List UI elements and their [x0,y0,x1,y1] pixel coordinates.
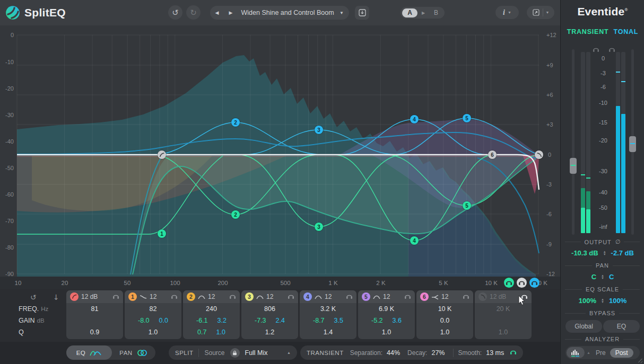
gain-tonal[interactable]: 3.2 [217,317,227,324]
separation-value[interactable]: 44% [387,349,400,357]
band-card-highpass[interactable]: 12 dB 81 0.9 [66,290,123,339]
slope-value[interactable]: 12 [150,293,156,300]
gain-tonal[interactable]: 3.6 [393,317,402,324]
band-handle-3-tonal[interactable]: 3 [315,126,323,134]
gain-value[interactable]: 0.0 [440,317,449,324]
gain-transient[interactable]: -6.1 [196,317,208,324]
freq-value[interactable]: 240 [206,305,217,313]
source-select[interactable]: Full Mix [245,349,268,357]
redo-button[interactable]: ↻ [186,5,201,20]
freq-value[interactable]: 10 K [438,305,452,313]
band-solo-button[interactable] [404,293,411,301]
output-tonal-value[interactable]: -2.7 dB [611,249,634,257]
save-preset-button[interactable] [355,6,369,20]
band-card-6[interactable]: 6 12 10 K 0.0 1.0 [416,290,473,339]
band-enable-6[interactable]: 6 [420,292,429,301]
freq-value[interactable]: 6.9 K [379,305,394,313]
smooth-value[interactable]: 13 ms [486,349,504,357]
band-handle-6[interactable]: 6 [488,150,497,159]
band-card-3[interactable]: 3 12 806 -7.32.4 1.2 [241,290,298,339]
window-size-button[interactable]: ▼ [527,6,554,19]
band-enable-2[interactable]: 2 [187,292,195,301]
q-value[interactable]: 0.9 [90,329,99,336]
pan-view-button[interactable]: PAN [112,349,155,357]
eq-view-button[interactable]: EQ [66,345,112,360]
transient-output-fader[interactable] [570,158,577,174]
band-handle-highpass[interactable] [158,150,166,159]
freq-value[interactable]: 81 [91,305,99,313]
analyzer-style-button[interactable] [567,347,585,358]
band-solo-button[interactable] [288,293,294,301]
band-solo-button[interactable] [521,293,528,301]
preset-dropdown[interactable]: Widen Shine and Control Boom [238,9,337,16]
band-card-lowpass[interactable]: 12 dB 20 K 1.0 [475,290,532,339]
q-transient[interactable]: 0.7 [197,329,206,336]
band-enable-lowpass[interactable] [478,292,487,301]
band-handle-1-transient[interactable]: 1 [158,229,166,238]
band-handle-lowpass[interactable] [535,150,543,159]
q-value[interactable]: 1.0 [149,329,158,336]
eq-graph[interactable]: 0 -10 -20 -30 -40 -50 -60 -70 -80 -90 +1… [0,25,560,289]
phase-invert-icon[interactable]: ∅ [615,238,621,245]
reset-icon[interactable]: ↻ [30,293,37,301]
band-handle-4-transient[interactable]: 4 [410,236,419,245]
tonal-output-fader[interactable] [629,136,636,152]
band-card-4[interactable]: 4 12 3.2 K -8.73.5 1.4 [300,290,356,339]
slope-value[interactable]: 12 [383,293,390,300]
undo-button[interactable]: ↺ [168,5,182,20]
slope-value[interactable]: 12 [441,293,448,300]
q-value[interactable]: 1.4 [324,329,333,336]
headphone-icon[interactable] [608,45,615,55]
stepper-icon[interactable]: ▲▼ [601,298,604,304]
slope-value[interactable]: 12 [208,293,215,300]
chevron-up-icon[interactable]: ▲ [587,351,590,354]
bypass-eq-button[interactable]: EQ [603,320,640,333]
slope-value[interactable]: 12 dB [81,293,98,300]
band-solo-button[interactable] [171,293,178,301]
solo-both-button[interactable] [517,278,527,288]
q-tonal[interactable]: 1.0 [216,329,225,336]
q-value[interactable]: 1.0 [440,329,449,336]
slope-value[interactable]: 12 [266,293,273,300]
solo-transient-button[interactable] [504,278,514,288]
band-handle-3-transient[interactable]: 3 [315,223,323,231]
band-enable-1[interactable]: 1 [128,292,137,301]
eqscale-transient-value[interactable]: 100% [579,297,596,305]
gain-tonal[interactable]: 2.4 [276,317,285,324]
band-solo-button[interactable] [229,293,236,301]
analyzer-pre-button[interactable]: Pre [596,349,606,357]
stepper-icon[interactable]: ▲▼ [603,251,606,256]
tab-transient[interactable]: TRANSIENT [567,28,609,35]
band-enable-3[interactable]: 3 [245,292,254,301]
compare-b-button[interactable]: B [429,9,443,16]
band-solo-button[interactable] [346,293,353,301]
band-handle-4-tonal[interactable]: 4 [410,115,419,123]
transient-fader-track[interactable] [572,49,575,235]
slope-value[interactable]: 12 dB [490,293,506,300]
q-value[interactable]: 1.0 [382,329,391,336]
freq-value[interactable]: 82 [150,305,157,313]
gain-tonal[interactable]: 0.0 [159,317,168,324]
band-handle-2-transient[interactable]: 2 [231,210,240,219]
band-handle-5-tonal[interactable]: 5 [463,114,471,122]
chevron-up-icon[interactable]: ▲ [287,351,291,354]
freq-value[interactable]: 806 [264,305,275,313]
preset-prev-button[interactable]: ◀ [210,10,224,15]
band-card-5[interactable]: 5 12 6.9 K -5.23.6 1.0 [358,290,415,339]
pan-transient-value[interactable]: C [591,273,596,281]
solo-tonal-button[interactable] [529,278,539,288]
output-transient-value[interactable]: -10.3 dB [571,249,598,257]
q-value[interactable]: 1.0 [499,329,508,336]
slope-value[interactable]: 12 [325,293,332,300]
gain-transient[interactable]: -5.2 [371,317,383,324]
band-handle-2-tonal[interactable]: 2 [231,118,240,127]
tab-tonal[interactable]: TONAL [613,28,638,35]
bypass-global-button[interactable]: Global [565,320,602,333]
freq-value[interactable]: 3.2 K [320,305,336,313]
band-solo-button[interactable] [463,293,469,301]
copy-ab-icon[interactable]: ▶ [417,11,429,15]
headphone-icon[interactable] [593,45,599,55]
gain-transient[interactable]: -8.7 [313,317,325,324]
decay-value[interactable]: 27% [431,349,445,357]
arrow-down-icon[interactable]: ↓ [53,293,59,301]
